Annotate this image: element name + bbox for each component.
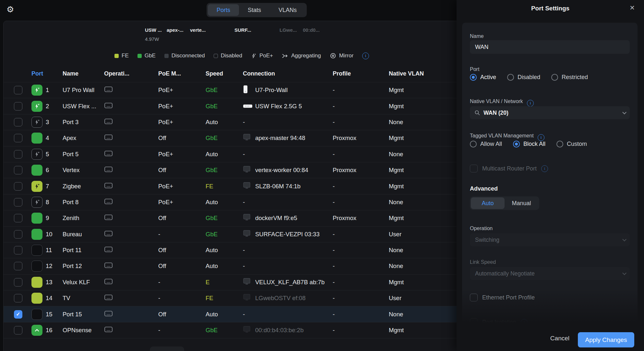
port-status-icon	[31, 277, 42, 288]
legend-item: Mirror	[330, 53, 353, 59]
column-header-name[interactable]: Name	[63, 70, 78, 77]
connection-cell: LGwebOSTV ef:08	[255, 295, 332, 302]
row-checkbox[interactable]	[14, 134, 22, 142]
tab-ports[interactable]: Ports	[208, 4, 239, 16]
legend-item: FE	[114, 53, 129, 59]
port-status-icon	[31, 149, 42, 160]
port-number-cell: 1	[46, 87, 49, 94]
legend-item: Disabled	[214, 53, 242, 59]
column-header-native-vlan[interactable]: Native VLAN	[389, 70, 424, 77]
legend-item: Disconnected	[164, 53, 205, 59]
segment-manual[interactable]: Manual	[505, 197, 538, 209]
switching-icon	[104, 230, 113, 237]
column-header-port[interactable]: Port	[31, 70, 43, 77]
tab-stats[interactable]: Stats	[239, 4, 270, 16]
radio-dot	[556, 141, 563, 147]
radio-label: Active	[480, 74, 496, 81]
row-checkbox[interactable]	[14, 198, 22, 206]
row-checkbox[interactable]	[14, 294, 22, 302]
column-header-speed[interactable]: Speed	[206, 70, 223, 77]
client-device-icon	[243, 214, 251, 221]
native-vlan-label: Native VLAN / Network i	[470, 99, 534, 107]
tagged-vlan-radio-custom[interactable]: Custom	[556, 141, 587, 147]
native-vlan-cell: Mgmt	[389, 327, 404, 334]
column-header-connection[interactable]: Connection	[243, 70, 275, 77]
multicast-router-checkbox[interactable]: Multicast Router Port i	[470, 165, 548, 172]
client-icon-cell	[243, 326, 251, 334]
radio-dot	[470, 74, 477, 81]
column-header-profile[interactable]: Profile	[333, 70, 351, 77]
client-device-icon	[243, 134, 251, 141]
native-vlan-cell: Mgmt	[389, 87, 404, 94]
port-state-radio-active[interactable]: Active	[470, 74, 496, 81]
row-checkbox[interactable]	[14, 182, 22, 191]
tagged-vlan-info-icon[interactable]: i	[538, 134, 544, 141]
settings-gear-icon[interactable]: ⚙	[6, 5, 14, 15]
row-checkbox[interactable]	[14, 230, 22, 239]
row-checkbox[interactable]	[14, 262, 22, 270]
name-input[interactable]: WAN	[470, 40, 630, 54]
tab-vlans[interactable]: VLANs	[270, 4, 305, 16]
column-header-operati[interactable]: Operati...	[104, 70, 129, 77]
tagged-vlan-radio-block-all[interactable]: Block All	[513, 141, 545, 147]
link-speed-select[interactable]: Automatically Negotiate	[470, 267, 630, 280]
row-checkbox[interactable]	[14, 102, 22, 111]
speed-cell: GbE	[206, 327, 218, 334]
connection-cell: vertex-worker 00:84	[255, 167, 332, 174]
native-vlan-cell: None	[389, 151, 403, 158]
poe-bolt-icon	[34, 87, 40, 93]
operation-select[interactable]: Switching	[470, 233, 630, 246]
port-number-cell: 3	[46, 119, 49, 126]
apply-changes-button[interactable]: Apply Changes	[578, 332, 634, 347]
speed-cell: Auto	[206, 119, 218, 126]
row-checkbox[interactable]	[14, 86, 22, 94]
poe-mode-cell: Off	[158, 263, 166, 270]
speed-cell: GbE	[206, 215, 218, 222]
port-isolation-info-icon[interactable]: i	[521, 319, 528, 326]
port-state-radio-restricted[interactable]: Restricted	[551, 74, 588, 81]
legend-info-icon[interactable]: i	[362, 53, 369, 59]
cancel-button[interactable]: Cancel	[550, 335, 569, 342]
row-checkbox[interactable]	[14, 150, 22, 158]
row-checkbox[interactable]: ✓	[14, 310, 22, 319]
profile-cell: Proxmox	[333, 215, 356, 222]
ethernet-port-profile-checkbox[interactable]: Ethernet Port Profile	[470, 294, 535, 301]
row-checkbox[interactable]	[14, 166, 22, 174]
segment-auto[interactable]: Auto	[471, 197, 505, 209]
row-checkbox[interactable]	[14, 278, 22, 287]
native-vlan-cell: Mgmt	[389, 135, 404, 142]
row-checkbox[interactable]	[14, 214, 22, 222]
connection-cell: VELUX_KLF_AB7B ab:7b	[255, 279, 332, 286]
row-checkbox[interactable]	[14, 326, 22, 334]
switching-icon	[104, 86, 113, 93]
radio-label: Allow All	[480, 141, 502, 147]
connection-cell: USW Flex 2.5G 5	[255, 103, 332, 110]
switching-icon	[104, 310, 113, 317]
collapse-button[interactable]	[150, 346, 184, 351]
row-checkbox[interactable]	[14, 246, 22, 254]
profile-cell: -	[333, 311, 335, 318]
operation-cell	[104, 198, 113, 206]
client-device-icon	[243, 166, 251, 173]
multicast-info-icon[interactable]: i	[541, 165, 548, 172]
poe-bolt-icon	[34, 183, 40, 190]
tagged-vlan-radio-allow-all[interactable]: Allow All	[470, 141, 502, 147]
native-vlan-select[interactable]: WAN (20)	[470, 106, 630, 119]
legend-item: i	[362, 53, 369, 59]
port-number-cell: 13	[46, 279, 53, 286]
profile-cell: Proxmox	[333, 135, 356, 142]
row-checkbox[interactable]	[14, 118, 22, 126]
port-name-cell: Port 3	[63, 119, 101, 126]
poe-mode-cell: PoE+	[158, 151, 173, 158]
chevron-down-icon	[622, 271, 626, 275]
port-status-icon	[31, 133, 42, 144]
legend-label: Aggregating	[291, 53, 321, 59]
radio-label: Block All	[523, 141, 545, 147]
port-state-radio-disabled[interactable]: Disabled	[507, 74, 540, 81]
column-header-poe-m[interactable]: PoE M...	[158, 70, 181, 77]
close-icon[interactable]: ✕	[629, 4, 635, 12]
native-vlan-info-icon[interactable]: i	[527, 100, 534, 107]
port-isolation-checkbox[interactable]: Port Isolation i	[470, 318, 528, 326]
checkbox-box	[470, 294, 478, 301]
device-port-label: LGwe...	[280, 27, 297, 33]
